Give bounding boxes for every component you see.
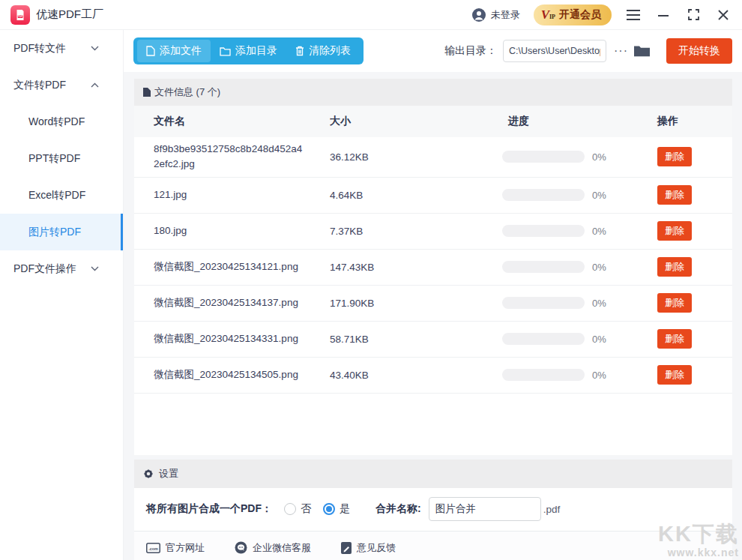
output-dir-input[interactable] xyxy=(503,40,606,62)
sidebar-item-label: Excel转PDF xyxy=(28,189,85,202)
merge-question-label: 将所有图片合成一个PDF： xyxy=(146,502,272,516)
sidebar-item-0[interactable]: PDF转文件 xyxy=(0,30,123,67)
file-name: 121.jpg xyxy=(134,183,330,207)
sidebar-item-5[interactable]: 图片转PDF xyxy=(0,214,123,250)
chevron-down-icon xyxy=(91,46,99,51)
progress-percent: 0% xyxy=(592,370,606,381)
feedback-icon xyxy=(341,542,352,554)
delete-button[interactable]: 删除 xyxy=(657,329,692,349)
delete-button[interactable]: 删除 xyxy=(657,221,692,241)
merge-settings-row: 将所有图片合成一个PDF： 否 是 合并名称: .pdf xyxy=(134,488,732,531)
table-header: 文件名 大小 进度 操作 xyxy=(134,106,732,137)
sidebar-item-label: 图片转PDF xyxy=(28,226,81,239)
merge-name-label: 合并名称: xyxy=(375,502,421,516)
file-name: 8f9b3be93512758c8b248d452a42efc2.jpg xyxy=(134,137,330,177)
hamburger-icon xyxy=(627,10,640,20)
sidebar-item-4[interactable]: Excel转PDF xyxy=(0,177,123,214)
footer-bar: .com官方网址 企业微信客服 意见反馈 xyxy=(134,531,732,560)
radio-no-icon[interactable] xyxy=(284,503,296,515)
sidebar: PDF转文件文件转PDFWord转PDFPPT转PDFExcel转PDF图片转P… xyxy=(0,30,124,560)
progress-percent: 0% xyxy=(592,262,606,273)
col-size: 大小 xyxy=(330,115,502,128)
progress-bar xyxy=(502,189,585,201)
file-info-header: 文件信息 (7 个) xyxy=(134,79,732,106)
minimize-button[interactable] xyxy=(655,7,672,23)
file-size: 147.43KB xyxy=(330,262,502,273)
folder-icon xyxy=(634,45,650,58)
close-button[interactable] xyxy=(715,7,732,23)
file-name: 微信截图_20230425134121.png xyxy=(134,255,330,279)
browse-more-button[interactable]: ··· xyxy=(614,45,628,57)
sidebar-item-1[interactable]: 文件转PDF xyxy=(0,67,123,103)
merge-option-no[interactable]: 否 xyxy=(284,502,311,516)
footer-link-label: 企业微信客服 xyxy=(253,541,311,555)
sidebar-item-label: PDF转文件 xyxy=(13,42,66,55)
merge-option-yes[interactable]: 是 xyxy=(323,502,350,516)
sidebar-item-6[interactable]: PDF文件操作 xyxy=(0,250,123,287)
file-info-title: 文件信息 (7 个) xyxy=(154,85,220,99)
file-size: 7.37KB xyxy=(330,226,502,237)
maximize-icon xyxy=(688,9,699,20)
login-status[interactable]: 未登录 xyxy=(491,8,520,22)
footer-link-1[interactable]: 企业微信客服 xyxy=(235,541,311,555)
vip-icon: VIP xyxy=(541,8,555,21)
delete-button[interactable]: 删除 xyxy=(657,293,692,313)
file-size: 4.64KB xyxy=(330,190,502,201)
sidebar-item-label: PDF文件操作 xyxy=(13,262,76,276)
progress-percent: 0% xyxy=(592,151,606,163)
start-convert-button[interactable]: 开始转换 xyxy=(666,38,732,64)
delete-button[interactable]: 删除 xyxy=(657,257,692,277)
settings-title: 设置 xyxy=(159,467,178,481)
footer-link-2[interactable]: 意见反馈 xyxy=(341,541,396,555)
footer-link-label: 官方网址 xyxy=(166,541,205,555)
gear-icon xyxy=(143,469,154,479)
open-folder-button[interactable] xyxy=(634,45,650,58)
table-row: 微信截图_20230425134505.png43.40KB0%删除 xyxy=(134,358,732,394)
table-row: 微信截图_20230425134331.png58.71KB0%删除 xyxy=(134,322,732,358)
svg-text:.com: .com xyxy=(148,547,158,551)
delete-button[interactable]: 删除 xyxy=(657,185,692,205)
output-dir-label: 输出目录： xyxy=(444,44,497,58)
vip-upgrade-button[interactable]: VIP 开通会员 xyxy=(534,4,612,25)
trash-icon xyxy=(295,46,304,56)
file-size: 43.40KB xyxy=(330,370,502,381)
vip-label: 开通会员 xyxy=(559,8,601,22)
sidebar-item-3[interactable]: PPT转PDF xyxy=(0,140,123,177)
document-icon xyxy=(143,88,151,97)
login-area[interactable]: 未登录 xyxy=(471,7,520,22)
file-name: 微信截图_20230425134505.png xyxy=(134,363,330,387)
file-actions-group: 添加文件 添加目录 清除列表 xyxy=(133,37,364,64)
table-row: 180.jpg7.37KB0%删除 xyxy=(134,214,732,250)
table-row: 8f9b3be93512758c8b248d452a42efc2.jpg36.1… xyxy=(134,137,732,178)
title-bar: PDF 优速PDF工厂 未登录 VIP 开通会员 xyxy=(0,0,742,30)
table-row: 微信截图_20230425134121.png147.43KB0%删除 xyxy=(134,250,732,286)
chevron-up-icon xyxy=(91,82,99,88)
sidebar-item-label: Word转PDF xyxy=(28,115,85,129)
col-progress: 进度 xyxy=(502,115,657,128)
maximize-button[interactable] xyxy=(685,7,702,23)
add-file-button[interactable]: 添加文件 xyxy=(137,40,211,62)
app-window: PDF 优速PDF工厂 未登录 VIP 开通会员 xyxy=(0,0,742,560)
merge-name-input[interactable] xyxy=(429,497,541,521)
radio-yes-icon[interactable] xyxy=(323,503,335,515)
clear-list-button[interactable]: 清除列表 xyxy=(286,40,360,62)
add-directory-button[interactable]: 添加目录 xyxy=(211,40,286,62)
file-name: 180.jpg xyxy=(134,219,330,243)
progress-bar xyxy=(502,225,585,237)
progress-bar xyxy=(502,297,585,309)
website-icon: .com xyxy=(146,543,160,553)
file-table-body: 8f9b3be93512758c8b248d452a42efc2.jpg36.1… xyxy=(134,137,732,394)
menu-button[interactable] xyxy=(625,7,642,23)
sidebar-item-label: PPT转PDF xyxy=(28,152,80,166)
app-logo-icon: PDF xyxy=(10,5,30,25)
delete-button[interactable]: 删除 xyxy=(657,365,692,385)
sidebar-item-2[interactable]: Word转PDF xyxy=(0,103,123,140)
footer-link-0[interactable]: .com官方网址 xyxy=(146,541,205,555)
minimize-icon xyxy=(658,10,669,20)
footer-link-label: 意见反馈 xyxy=(357,541,396,555)
delete-button[interactable]: 删除 xyxy=(657,147,692,166)
file-size: 36.12KB xyxy=(330,151,502,163)
file-name: 微信截图_20230425134331.png xyxy=(134,327,330,351)
progress-bar xyxy=(502,151,585,163)
table-empty-area xyxy=(134,394,732,455)
